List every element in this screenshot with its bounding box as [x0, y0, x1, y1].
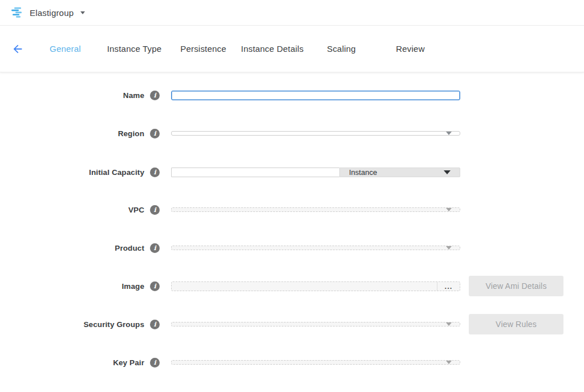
initial-capacity-label: Initial Capacity — [89, 168, 144, 177]
form-row-name: Name i — [0, 84, 584, 106]
form-row-vpc: VPC i — [0, 199, 584, 220]
capacity-unit-value: Instance — [349, 168, 377, 177]
image-picker: ... — [171, 281, 460, 291]
info-icon[interactable]: i — [150, 91, 160, 100]
tab-review[interactable]: Review — [376, 44, 445, 54]
tab-general[interactable]: General — [31, 44, 100, 54]
vpc-select — [171, 207, 460, 212]
product-select — [171, 246, 460, 250]
info-icon[interactable]: i — [150, 129, 160, 138]
info-icon[interactable]: i — [150, 358, 160, 368]
wizard-tabbar: General Instance Type Persistence Instan… — [0, 26, 584, 72]
initial-capacity-input[interactable] — [171, 168, 339, 177]
caret-down-icon — [446, 208, 452, 211]
view-rules-button[interactable]: View Rules — [469, 314, 563, 334]
vpc-label: VPC — [128, 206, 144, 214]
arrow-back-icon — [11, 43, 24, 55]
info-icon[interactable]: i — [150, 205, 160, 215]
key-pair-label: Key Pair — [113, 358, 144, 367]
image-browse-button[interactable]: ... — [437, 282, 460, 291]
name-input[interactable] — [171, 91, 460, 100]
caret-down-icon — [446, 246, 452, 250]
back-button[interactable] — [10, 42, 25, 56]
form-row-initial-capacity: Initial Capacity i Instance — [0, 161, 584, 183]
info-icon[interactable]: i — [150, 320, 160, 329]
info-icon[interactable]: i — [150, 168, 160, 177]
elastigroup-logo-icon — [10, 6, 24, 19]
tab-instance-details[interactable]: Instance Details — [238, 44, 307, 54]
caret-down-icon — [446, 361, 452, 364]
tab-list: General Instance Type Persistence Instan… — [31, 44, 445, 54]
form-row-key-pair: Key Pair i — [0, 352, 584, 373]
tab-persistence[interactable]: Persistence — [169, 44, 238, 54]
caret-down-icon — [444, 170, 451, 174]
view-ami-details-button[interactable]: View Ami Details — [469, 276, 563, 296]
app-header: Elastigroup — [0, 0, 584, 26]
tab-instance-type[interactable]: Instance Type — [100, 44, 169, 54]
image-label: Image — [121, 282, 144, 291]
info-icon[interactable]: i — [150, 281, 160, 291]
key-pair-select — [171, 360, 460, 365]
name-label: Name — [123, 91, 144, 100]
form-row-image: Image i ... View Ami Details — [0, 275, 584, 297]
region-label: Region — [118, 129, 144, 138]
general-settings-form: Name i Region i Initial Capacity i Inst — [0, 72, 584, 373]
form-row-product: Product i — [0, 237, 584, 259]
caret-down-icon — [446, 322, 452, 326]
app-name: Elastigroup — [30, 8, 74, 18]
capacity-unit-select[interactable]: Instance — [339, 168, 460, 177]
form-row-security-groups: Security Groups i View Rules — [0, 313, 584, 335]
product-label: Product — [115, 244, 144, 252]
info-icon[interactable]: i — [150, 243, 160, 253]
chevron-down-icon — [80, 11, 85, 14]
security-groups-select — [171, 322, 460, 326]
form-row-region: Region i — [0, 122, 584, 144]
tab-scaling[interactable]: Scaling — [307, 44, 376, 54]
security-groups-label: Security Groups — [83, 320, 144, 329]
region-select[interactable] — [171, 131, 460, 136]
app-switcher[interactable]: Elastigroup — [10, 6, 85, 19]
caret-down-icon — [446, 132, 452, 135]
